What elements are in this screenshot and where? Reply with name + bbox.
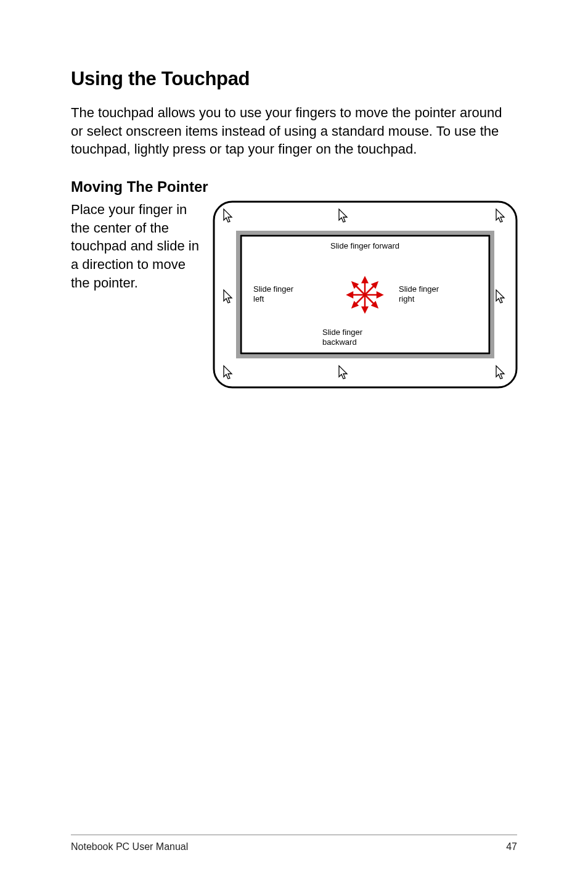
side-paragraph: Place your finger in the center of the t… (71, 200, 206, 389)
page: Using the Touchpad The touchpad allows y… (0, 0, 588, 887)
touchpad-diagram: Slide finger forward Slide finger left S… (213, 200, 518, 389)
footer-divider (71, 835, 517, 835)
diagram-label-right-line2: right (399, 294, 415, 303)
direction-asterisk-icon (348, 278, 382, 312)
intro-paragraph: The touchpad allows you to use your fing… (71, 104, 517, 159)
page-footer: Notebook PC User Manual 47 (71, 835, 517, 852)
diagram-label-left-line2: left (253, 294, 264, 303)
footer-left: Notebook PC User Manual (71, 841, 188, 852)
section-subtitle: Moving The Pointer (71, 178, 517, 196)
content-row: Place your finger in the center of the t… (71, 200, 517, 389)
diagram-label-forward: Slide finger forward (330, 241, 399, 250)
page-title: Using the Touchpad (71, 68, 517, 90)
diagram-label-right-line1: Slide finger (399, 284, 439, 294)
diagram-label-left-line1: Slide finger (253, 284, 294, 294)
diagram-label-backward-line1: Slide finger (322, 328, 363, 337)
diagram-label-backward-line2: backward (322, 337, 357, 347)
footer-page-number: 47 (506, 841, 517, 852)
footer-row: Notebook PC User Manual 47 (71, 841, 517, 852)
